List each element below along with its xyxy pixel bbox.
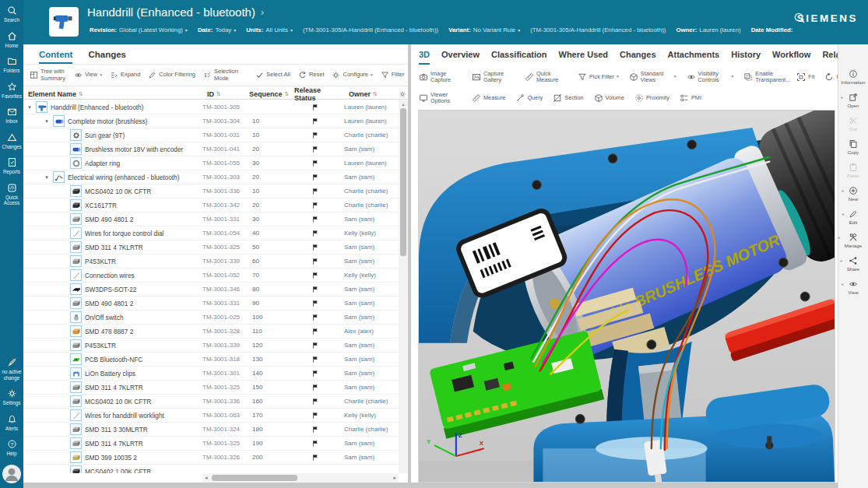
tree-expand-icon[interactable]: ▾	[44, 174, 50, 181]
sidebar-item-search[interactable]: Search	[0, 5, 23, 23]
rail-expander-icon[interactable]: ◂	[840, 95, 842, 100]
sidebar-item-settings[interactable]: Settings	[0, 388, 23, 406]
table-row[interactable]: ▾Connection wiresTM-3001-05270Kelly (kel…	[23, 269, 399, 283]
caret-down-icon[interactable]: ▾	[100, 72, 102, 77]
sidebar-item-folders[interactable]: Folders	[0, 56, 23, 74]
tab-overview[interactable]: Overview	[441, 50, 480, 65]
column-header-element-name[interactable]: Element Name⇅	[23, 90, 202, 98]
header-meta-units[interactable]: Units:All Units▾	[246, 26, 293, 33]
tab-history[interactable]: History	[731, 50, 761, 65]
table-row[interactable]: ▾SMD 490 4801 2TM-3001-33190Sam (sam)	[23, 297, 399, 311]
table-row[interactable]: ▾Electrical wiring (enhanced - bluetooth…	[23, 170, 399, 184]
tab-classification[interactable]: Classification	[491, 50, 547, 65]
rail-information-button[interactable]: Information	[842, 69, 866, 85]
column-header-owner[interactable]: Owner⇅	[344, 90, 399, 98]
table-row[interactable]: ▾SMD 399 10035 2TM-3001-326200Sam (sam)	[23, 451, 399, 465]
user-avatar[interactable]	[2, 465, 21, 483]
sidebar-item-favorites[interactable]: Favorites	[0, 82, 23, 100]
column-header-sequence[interactable]: Sequence⇅	[244, 90, 290, 98]
horizontal-scrollbar[interactable]: ◂ ▸	[202, 473, 399, 483]
tree-expand-icon[interactable]: ▾	[26, 104, 33, 111]
table-row[interactable]: ▾SMD 311 3 30MLRTRTM-3001-324180Charlie …	[23, 423, 399, 437]
table-row[interactable]: ▾PCB Bluetooth-NFCTM-3001-318130Sam (sam…	[23, 353, 399, 367]
table-row[interactable]: ▾P453KLTRTM-3001-33960Sam (sam)	[23, 255, 399, 269]
viewer-standard-views-button[interactable]: Standard Views▾	[629, 71, 676, 83]
table-row[interactable]: ▾Handdrill (Enhanced - bluetooth)TM-3001…	[23, 100, 399, 114]
toolbar-color-filtering-button[interactable]: Color Filtering	[148, 71, 195, 79]
header-meta-variant[interactable]: Variant:No Variant Rule▾	[448, 26, 520, 33]
table-row[interactable]: ▾SMD 311 4 7KLRTRTM-3001-32550Sam (sam)	[23, 240, 399, 255]
rail-copy-button[interactable]: Copy	[848, 139, 859, 155]
table-row[interactable]: ▾SMD 478 8887 2TM-3001-328110Alex (alex)	[23, 325, 399, 339]
scroll-left-icon[interactable]: ◂	[205, 475, 208, 481]
vertical-scrollbar[interactable]: ▴	[399, 100, 408, 473]
toolbar-tree-with-summary-button[interactable]: Tree with Summary	[30, 68, 66, 82]
sidebar-item-quick-access[interactable]: Quick Access	[0, 183, 23, 206]
table-row[interactable]: ▾On/Off switchTM-3001-025100Sam (sam)	[23, 311, 399, 325]
caret-down-icon[interactable]: ▾	[518, 27, 520, 33]
viewer-fit-button[interactable]: Fit	[796, 72, 814, 82]
tab-workflow[interactable]: Workflow	[772, 50, 810, 65]
rail-view-button[interactable]: ◂View	[848, 279, 858, 295]
scroll-up-icon[interactable]: ▴	[399, 101, 408, 107]
sidebar-item-home[interactable]: Home	[0, 31, 23, 49]
rail-expander-icon[interactable]: ◂	[841, 282, 843, 286]
toolbar-expand-button[interactable]: Expand	[110, 71, 140, 79]
table-row[interactable]: ▾Adapter ringTM-3001-05530Lauren (lauren…	[23, 156, 399, 170]
header-meta-revision[interactable]: Revision:Global (Latest Working)▾	[87, 26, 188, 33]
tabs-overflow-chevron-icon[interactable]: ›	[829, 51, 831, 60]
rail-expander-icon[interactable]: ◂	[838, 235, 840, 240]
viewer-visibility-controls-button[interactable]: Visibility Controls▾	[687, 71, 734, 83]
table-row[interactable]: ▾Wires for torque control dialTM-3001-05…	[23, 226, 399, 240]
table-row[interactable]: ▾XC1617TRTM-3001-34220Charlie (charlie)	[23, 198, 399, 212]
table-row[interactable]: ▾LiOn Battery clipsTM-3001-301140Sam (sa…	[23, 367, 399, 381]
caret-down-icon[interactable]: ▾	[732, 75, 734, 79]
rail-expander-icon[interactable]: ◂	[840, 258, 842, 263]
sort-icon[interactable]: ⇅	[285, 91, 290, 97]
toolbar-view-button[interactable]: View▾	[74, 71, 102, 79]
viewer-query-button[interactable]: Query	[515, 93, 543, 103]
caret-down-icon[interactable]: ▾	[617, 75, 619, 79]
toolbar-select-all-button[interactable]: Select All	[255, 71, 290, 79]
viewer-image-capture-button[interactable]: Image Capture	[419, 71, 462, 83]
rail-expander-icon[interactable]: ◂	[842, 188, 844, 193]
vertical-scroll-thumb[interactable]	[400, 108, 406, 256]
table-row[interactable]: ▾SMD 311 4 7KLRTRTM-3001-325150Sam (sam)	[23, 381, 399, 395]
table-row[interactable]: ▾Sun gear (9T)TM-3001-03110Charlie (char…	[23, 128, 399, 142]
table-row[interactable]: ▾SMD 490 4801 2TM-3001-33130Sam (sam)	[23, 212, 399, 226]
title-chevron-icon[interactable]: ›	[261, 7, 264, 18]
caret-down-icon[interactable]: ▾	[185, 27, 188, 33]
sort-icon[interactable]: ⇅	[79, 91, 83, 97]
rail-new-button[interactable]: ◂New	[849, 186, 858, 202]
scroll-right-icon[interactable]: ▸	[393, 475, 396, 481]
viewer-volume-button[interactable]: Volume	[594, 93, 624, 103]
viewer-measure-button[interactable]: Measure	[472, 93, 505, 103]
tab-3d[interactable]: 3D	[419, 50, 430, 65]
table-row[interactable]: ▾MCS0402 10 0K CFTRTM-3001-336160Charlie…	[23, 395, 399, 409]
sidebar-item-no-active-change[interactable]: no active change	[0, 357, 23, 381]
horizontal-scroll-thumb[interactable]	[212, 475, 297, 481]
viewer-capture-gallery-button[interactable]: Capture Gallery	[472, 71, 515, 83]
tab-changes[interactable]: Changes	[88, 50, 126, 64]
header-meta-date[interactable]: Date:Today▾	[198, 26, 236, 33]
caret-down-icon[interactable]: ▾	[674, 75, 676, 79]
rail-expander-icon[interactable]: ◂	[842, 212, 844, 216]
toolbar-selection-mode-button[interactable]: Selection Mode	[203, 68, 240, 82]
toolbar-filter-button[interactable]: Filter	[381, 71, 405, 79]
tab-attachments[interactable]: Attachments	[668, 50, 720, 65]
tab-changes[interactable]: Changes	[620, 50, 655, 65]
sidebar-item-changes[interactable]: Changes	[0, 132, 23, 150]
column-header-release-status[interactable]: Release Status	[290, 86, 344, 102]
sort-icon[interactable]: ⇅	[216, 91, 221, 97]
toolbar-configure-button[interactable]: Configure▾	[332, 71, 372, 79]
viewer-viewer-options-button[interactable]: Viewer Options	[419, 92, 462, 104]
rail-edit-button[interactable]: ◂Edit	[849, 209, 858, 225]
table-row[interactable]: ▾Brushless motor 18V with encoderTM-3001…	[23, 142, 399, 156]
table-row[interactable]: ▾Wires for handdrill worklightTM-3001-06…	[23, 409, 399, 423]
sidebar-item-reports[interactable]: Reports	[0, 157, 23, 175]
table-row[interactable]: ▾Complete motor (brushless)TM-3001-30410…	[23, 114, 399, 128]
viewer-quick-measure-button[interactable]: Quick Measure	[525, 71, 568, 83]
viewer-section-button[interactable]: Section	[553, 93, 583, 103]
toolbar-reset-button[interactable]: Reset	[298, 71, 325, 79]
tree-expand-icon[interactable]: ▾	[44, 118, 50, 125]
